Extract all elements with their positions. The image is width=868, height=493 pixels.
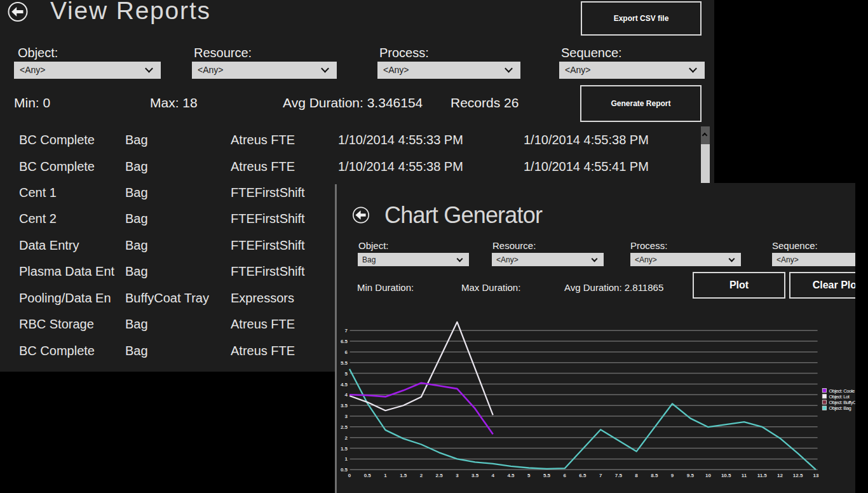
svg-text:1: 1 <box>384 473 387 478</box>
svg-text:2: 2 <box>420 473 423 478</box>
svg-text:11.5: 11.5 <box>757 473 768 478</box>
svg-text:6.5: 6.5 <box>579 473 587 478</box>
svg-text:6: 6 <box>563 473 566 478</box>
svg-text:0: 0 <box>348 473 351 478</box>
svg-text:Object: Lot: Object: Lot <box>829 394 850 400</box>
svg-text:1.5: 1.5 <box>400 473 407 478</box>
svg-text:Object: Bag: Object: Bag <box>829 405 851 411</box>
svg-text:4: 4 <box>345 392 348 398</box>
svg-text:10.5: 10.5 <box>721 473 731 478</box>
svg-text:2.5: 2.5 <box>436 473 444 478</box>
svg-text:9.5: 9.5 <box>687 473 695 478</box>
svg-text:4.5: 4.5 <box>341 382 348 388</box>
svg-text:8.5: 8.5 <box>651 473 658 478</box>
svg-text:4.5: 4.5 <box>507 473 515 478</box>
svg-text:9: 9 <box>671 473 674 478</box>
svg-text:Object: BuffyC: Object: BuffyC <box>829 400 856 405</box>
svg-text:3: 3 <box>345 414 348 419</box>
svg-text:2: 2 <box>345 435 348 441</box>
svg-text:7.5: 7.5 <box>615 473 623 478</box>
svg-text:0.5: 0.5 <box>364 473 372 478</box>
svg-text:6.5: 6.5 <box>341 339 348 344</box>
svg-text:4: 4 <box>492 473 495 478</box>
svg-text:3.5: 3.5 <box>471 473 479 478</box>
svg-text:5.5: 5.5 <box>543 473 551 478</box>
svg-text:12.5: 12.5 <box>793 473 803 478</box>
svg-text:3.5: 3.5 <box>341 403 348 409</box>
svg-text:2.5: 2.5 <box>341 424 348 430</box>
svg-text:5: 5 <box>345 371 348 377</box>
svg-text:Object: Coole: Object: Coole <box>829 388 855 394</box>
svg-text:1: 1 <box>345 456 348 462</box>
svg-text:6: 6 <box>345 349 348 355</box>
svg-text:11: 11 <box>742 473 747 478</box>
svg-text:13: 13 <box>813 473 818 478</box>
svg-text:3: 3 <box>456 473 459 478</box>
svg-text:8: 8 <box>635 473 638 478</box>
svg-text:1.5: 1.5 <box>341 446 348 452</box>
svg-text:7: 7 <box>599 473 602 478</box>
svg-text:5: 5 <box>527 473 531 478</box>
svg-text:7: 7 <box>345 328 348 334</box>
svg-text:12: 12 <box>777 473 783 478</box>
svg-text:0.5: 0.5 <box>341 467 348 473</box>
svg-text:5.5: 5.5 <box>341 360 348 366</box>
svg-text:10: 10 <box>705 473 711 478</box>
